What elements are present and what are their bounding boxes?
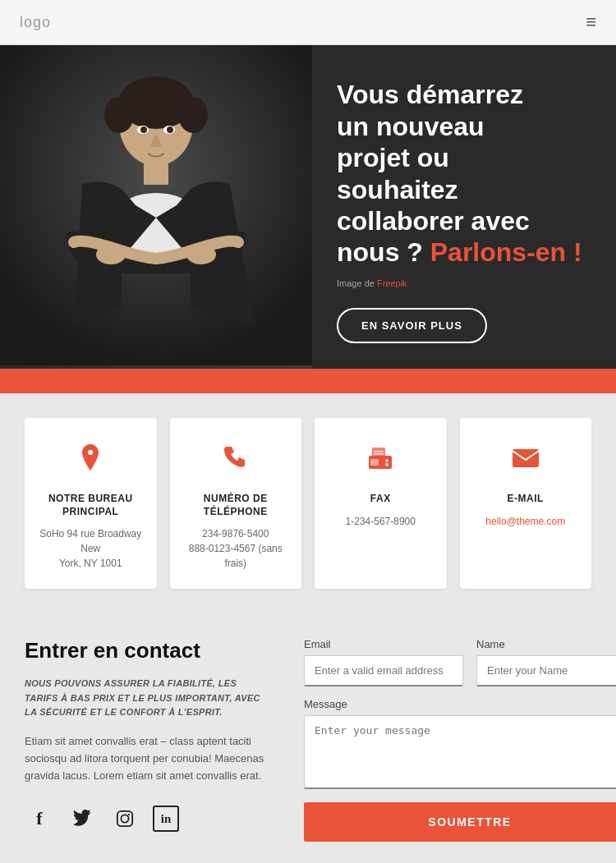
linkedin-icon[interactable]: in — [153, 806, 179, 832]
svg-rect-17 — [374, 453, 384, 455]
svg-point-3 — [104, 97, 134, 133]
card-phone-title: NUMÉRO DETÉLÉPHONE — [183, 493, 289, 518]
form-group-message: Message — [304, 698, 616, 789]
contact-form: Email Name Message SOUMETTRE — [304, 638, 616, 842]
card-email: E-MAIL hello@theme.com — [460, 418, 592, 589]
svg-point-24 — [128, 814, 130, 815]
card-fax-text: 1-234-567-8900 — [328, 514, 434, 529]
contact-heading: Entrer en contact — [25, 638, 271, 663]
card-bureau: NOTRE BUREAUPRINCIPAL SoHo 94 rue Broadw… — [25, 418, 157, 589]
svg-point-8 — [96, 245, 126, 264]
phone-icon — [183, 441, 289, 481]
cards-grid: NOTRE BUREAUPRINCIPAL SoHo 94 rue Broadw… — [25, 418, 591, 589]
logo: logo — [20, 14, 51, 31]
message-label: Message — [304, 698, 616, 710]
email-input[interactable] — [304, 655, 463, 686]
card-fax-title: FAX — [328, 493, 434, 506]
hero-person-svg — [0, 45, 312, 365]
fax-icon — [328, 441, 434, 481]
contact-desc: Etiam sit amet convallis erat – class ap… — [25, 733, 271, 784]
svg-point-19 — [385, 459, 388, 462]
email-label: Email — [304, 638, 463, 650]
hamburger-menu-icon[interactable]: ≡ — [586, 11, 596, 33]
email-link[interactable]: hello@theme.com — [485, 516, 565, 527]
svg-point-9 — [186, 245, 216, 264]
hero-cta-button[interactable]: EN SAVOIR PLUS — [337, 308, 487, 343]
svg-point-23 — [121, 815, 128, 823]
facebook-icon[interactable]: f — [25, 804, 54, 833]
orange-band — [0, 369, 616, 393]
message-input[interactable] — [304, 715, 616, 789]
form-group-email: Email — [304, 638, 463, 686]
submit-button[interactable]: SOUMETTRE — [304, 802, 616, 842]
contact-left: Entrer en contact NOUS POUVONS ASSURER L… — [25, 638, 271, 842]
svg-rect-5 — [144, 160, 168, 185]
card-phone-text: 234-9876-5400888-0123-4567 (sans frais) — [183, 526, 289, 571]
svg-point-12 — [140, 126, 147, 133]
card-bureau-text: SoHo 94 rue Broadway NewYork, NY 1001 — [38, 526, 144, 571]
svg-rect-21 — [513, 449, 539, 467]
hero-content: Vous démarrez un nouveau projet ou souha… — [312, 45, 616, 369]
svg-rect-16 — [374, 451, 384, 452]
card-bureau-title: NOTRE BUREAUPRINCIPAL — [38, 493, 144, 518]
contact-tagline: NOUS POUVONS ASSURER LA FIABILITÉ, LES T… — [25, 677, 271, 720]
hero-image — [0, 45, 312, 369]
location-icon — [38, 441, 144, 481]
svg-point-20 — [385, 463, 388, 466]
svg-point-4 — [178, 97, 208, 133]
svg-rect-18 — [370, 459, 379, 466]
social-icons: f in — [25, 804, 271, 833]
instagram-icon[interactable] — [110, 804, 140, 833]
card-fax: FAX 1-234-567-8900 — [315, 418, 447, 589]
contact-section: Entrer en contact NOUS POUVONS ASSURER L… — [0, 622, 616, 863]
hero-source: Image de Freepik — [337, 278, 591, 288]
name-input[interactable] — [476, 655, 616, 686]
svg-point-13 — [167, 126, 173, 133]
hero-title: Vous démarrez un nouveau projet ou souha… — [337, 79, 591, 268]
card-email-text: hello@theme.com — [473, 514, 579, 529]
form-group-name: Name — [476, 638, 616, 686]
svg-rect-22 — [117, 811, 132, 826]
hero-source-link[interactable]: Freepik — [377, 278, 407, 288]
form-row-email-name: Email Name — [304, 638, 616, 686]
hero-section: Vous démarrez un nouveau projet ou souha… — [0, 45, 616, 369]
email-icon — [473, 441, 579, 481]
card-phone: NUMÉRO DETÉLÉPHONE 234-9876-5400888-0123… — [170, 418, 302, 589]
header: logo ≡ — [0, 0, 616, 45]
cards-section: NOTRE BUREAUPRINCIPAL SoHo 94 rue Broadw… — [0, 393, 616, 622]
name-label: Name — [476, 638, 616, 650]
twitter-icon[interactable] — [67, 804, 97, 833]
card-email-title: E-MAIL — [473, 493, 579, 506]
